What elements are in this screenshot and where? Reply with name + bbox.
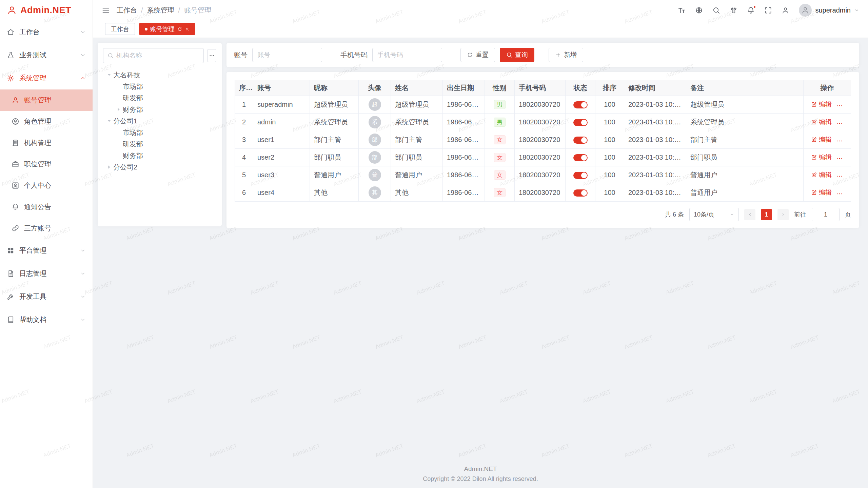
tab-refresh-icon[interactable] — [177, 27, 182, 32]
cell-actions: 编辑 — [804, 184, 851, 202]
user-avatar: 普 — [369, 169, 381, 181]
edit-button[interactable]: 编辑 — [811, 118, 832, 126]
account-filter-input[interactable] — [252, 48, 322, 62]
cell-order: 100 — [595, 166, 624, 184]
status-toggle[interactable] — [573, 172, 588, 179]
sidebar-item-机构管理[interactable]: 机构管理 — [0, 132, 93, 154]
search-icon[interactable] — [712, 6, 720, 14]
tab-account-management[interactable]: 账号管理 — [139, 23, 195, 35]
font-size-icon[interactable] — [678, 6, 686, 14]
sidebar-item-label: 机构管理 — [24, 138, 86, 147]
column-header-备注: 备注 — [686, 80, 804, 96]
top-header: 工作台 / 系统管理 / 账号管理 superadmin — [93, 0, 868, 20]
user-menu[interactable]: superadmin — [799, 4, 859, 17]
edit-button[interactable]: 编辑 — [811, 153, 832, 162]
tree-node-label: 财务部 — [123, 151, 143, 160]
status-toggle[interactable] — [573, 119, 588, 126]
edit-button[interactable]: 编辑 — [811, 135, 832, 144]
sidebar-item-开发工具[interactable]: 开发工具 — [0, 285, 93, 308]
prev-page-button[interactable] — [744, 209, 755, 220]
tree-node-大名科技[interactable]: 大名科技 — [103, 69, 216, 81]
cell-modified-time: 2023-01-03 10:59:44 — [624, 131, 686, 149]
org-search-input[interactable] — [116, 52, 199, 59]
sidebar-item-平台管理[interactable]: 平台管理 — [0, 239, 93, 262]
more-actions-button[interactable] — [836, 138, 843, 144]
cell-phone: 18020030720 — [515, 166, 566, 184]
phone-filter-input[interactable] — [372, 48, 442, 62]
edit-button[interactable]: 编辑 — [811, 170, 832, 179]
cell-phone: 18020030720 — [515, 114, 566, 131]
tree-node-市场部[interactable]: 市场部 — [103, 127, 216, 138]
logo-text: Admin.NET — [20, 5, 71, 16]
more-dots-icon — [209, 53, 215, 59]
tab-workbench[interactable]: 工作台 — [105, 23, 135, 35]
sidebar-item-三方账号[interactable]: 三方账号 — [0, 218, 93, 239]
tab-close-icon[interactable] — [185, 27, 190, 32]
caret-expanded-icon[interactable] — [106, 118, 112, 124]
logo-icon — [7, 5, 17, 15]
more-actions-button[interactable] — [836, 156, 843, 162]
chevron-down-icon — [80, 294, 86, 300]
next-page-button[interactable] — [777, 209, 789, 220]
org-tree-panel: 大名科技市场部研发部财务部分公司1市场部研发部财务部分公司2 — [98, 43, 222, 226]
status-toggle[interactable] — [573, 137, 588, 144]
tree-node-市场部[interactable]: 市场部 — [103, 81, 216, 92]
sidebar-item-日志管理[interactable]: 日志管理 — [0, 262, 93, 285]
sidebar-item-账号管理[interactable]: 账号管理 — [0, 89, 93, 111]
page-size-select[interactable]: 10条/页 — [689, 208, 739, 221]
app-logo[interactable]: Admin.NET — [0, 0, 93, 20]
tree-node-财务部[interactable]: 财务部 — [103, 150, 216, 161]
more-actions-button[interactable] — [836, 103, 843, 109]
sidebar-item-通知公告[interactable]: 通知公告 — [0, 196, 93, 218]
breadcrumb-item[interactable]: 系统管理 — [147, 6, 174, 15]
status-toggle[interactable] — [573, 189, 588, 197]
search-button[interactable]: 查询 — [500, 48, 534, 62]
tree-node-label: 大名科技 — [113, 70, 140, 80]
tree-node-分公司2[interactable]: 分公司2 — [103, 161, 216, 173]
tree-node-分公司1[interactable]: 分公司1 — [103, 115, 216, 127]
edit-button[interactable]: 编辑 — [811, 188, 832, 197]
edit-icon — [811, 119, 817, 125]
sidebar-item-个人中心[interactable]: 个人中心 — [0, 175, 93, 196]
goto-page-input[interactable] — [812, 208, 840, 221]
hamburger-menu-icon[interactable] — [102, 6, 110, 14]
more-actions-button[interactable] — [836, 173, 843, 179]
column-header-账号: 账号 — [253, 80, 310, 96]
sidebar-item-角色管理[interactable]: 角色管理 — [0, 111, 93, 132]
sidebar-item-帮助文档[interactable]: 帮助文档 — [0, 308, 93, 331]
fullscreen-icon[interactable] — [764, 6, 772, 14]
cell-gender: 女 — [485, 149, 515, 166]
more-actions-button[interactable] — [836, 120, 843, 126]
org-icon — [12, 139, 19, 147]
edit-button[interactable]: 编辑 — [811, 100, 832, 109]
caret-collapsed-icon[interactable] — [116, 107, 121, 112]
tree-node-财务部[interactable]: 财务部 — [103, 104, 216, 115]
chevron-down-icon — [80, 271, 86, 277]
cell-birthdate: 1986-06-28 — [443, 166, 485, 184]
caret-collapsed-icon[interactable] — [106, 164, 112, 170]
tree-node-研发部[interactable]: 研发部 — [103, 138, 216, 150]
page-number-button[interactable]: 1 — [761, 209, 772, 220]
sidebar-item-工作台[interactable]: 工作台 — [0, 20, 93, 43]
reset-button[interactable]: 重置 — [460, 48, 495, 62]
user-info-icon[interactable] — [782, 6, 789, 14]
sidebar-item-职位管理[interactable]: 职位管理 — [0, 154, 93, 175]
status-toggle[interactable] — [573, 101, 588, 108]
add-button[interactable]: 新增 — [549, 48, 583, 62]
breadcrumb-separator: / — [141, 6, 143, 14]
language-icon[interactable] — [695, 6, 703, 14]
caret-expanded-icon[interactable] — [106, 72, 112, 78]
tree-more-button[interactable] — [207, 49, 216, 62]
sidebar-item-系统管理[interactable]: 系统管理 — [0, 66, 93, 89]
cell-birthdate: 1986-06-28 — [443, 149, 485, 166]
sidebar-item-业务测试[interactable]: 业务测试 — [0, 43, 93, 66]
cell-actions: 编辑 — [804, 166, 851, 184]
notification-icon[interactable] — [747, 6, 755, 14]
status-toggle[interactable] — [573, 154, 588, 161]
more-actions-button[interactable] — [836, 191, 843, 197]
theme-icon[interactable] — [730, 6, 737, 14]
sidebar-item-label: 开发工具 — [19, 292, 75, 301]
breadcrumb-item[interactable]: 工作台 — [117, 6, 137, 15]
tree-node-研发部[interactable]: 研发部 — [103, 92, 216, 104]
table-row: 6user4其他其其他1986-06-28女180200307201002023… — [235, 184, 851, 202]
